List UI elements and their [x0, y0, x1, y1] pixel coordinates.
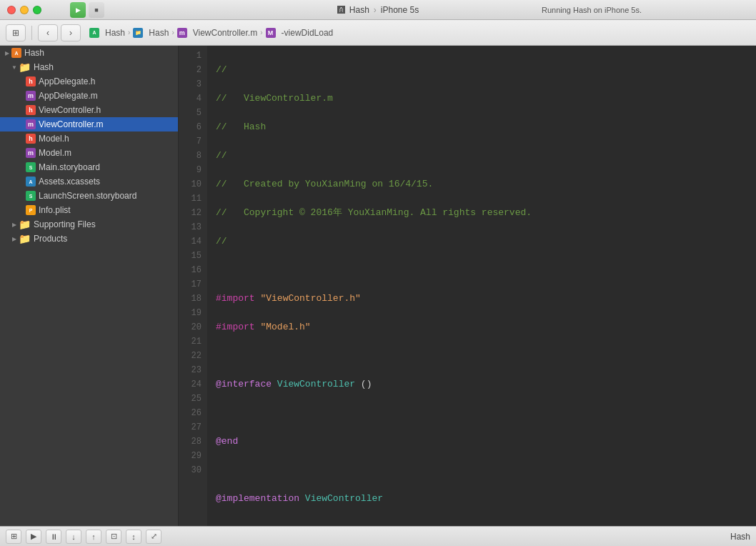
sidebar-item-viewcontroller-h[interactable]: h ViewController.h [0, 103, 178, 117]
breadcrumb: A Hash › 📁 Hash › m ViewController.m › M… [89, 28, 333, 38]
titlebar-center: 🅰 Hash › iPhone 5s [337, 5, 419, 15]
model-m-icon: m [26, 148, 36, 158]
sidebar-item-main-storyboard[interactable]: S Main.storyboard [0, 160, 178, 174]
viewcontroller-h-icon: h [26, 105, 36, 115]
bottombar: ⊞ ▶ ⏸ ↓ ↑ ⊡ ↕ ⤢ Hash [0, 526, 756, 546]
main-content: ▶ A Hash ▼ 📁 Hash h AppDelegate.h m AppD… [0, 46, 756, 526]
breadcrumb-hash-group[interactable]: Hash [149, 28, 169, 38]
main-storyboard-icon: S [26, 162, 36, 172]
breadcrumb-sep-1: › [128, 29, 130, 36]
launchscreen-label: LaunchScreen.storyboard [39, 191, 136, 201]
sidebar-item-group-hash[interactable]: ▼ 📁 Hash [0, 60, 178, 74]
launchscreen-icon: S [26, 191, 36, 201]
breadcrumb-m-icon: m [177, 28, 187, 38]
titlebar: 🅰 Hash › iPhone 5s Running Hash on iPhon… [0, 0, 756, 20]
assets-label: Assets.xcassets [39, 177, 100, 187]
bottom-btn-6[interactable]: ⊡ [106, 530, 121, 544]
assets-icon: A [26, 177, 36, 187]
sidebar-item-viewcontroller-m[interactable]: m ViewController.m [0, 117, 178, 131]
appdelegate-h-icon: h [26, 76, 36, 86]
bottom-label: Hash [730, 532, 750, 542]
appdelegate-m-label: AppDelegate.m [39, 91, 98, 101]
sidebar-item-supporting-files[interactable]: ▶ 📁 Supporting Files [0, 217, 178, 232]
root-hash-icon: A [11, 48, 21, 58]
sidebar-item-model-m[interactable]: m Model.m [0, 146, 178, 160]
code-area: 12345 678910 1112131415 1617181920 21222… [179, 46, 756, 526]
viewcontroller-m-icon: m [26, 119, 36, 129]
close-button[interactable] [7, 6, 16, 14]
forward-button[interactable]: › [61, 24, 81, 41]
sidebar-item-products[interactable]: ▶ 📁 Products [0, 232, 178, 246]
back-button[interactable]: ‹ [38, 24, 58, 41]
plist-icon: P [26, 205, 36, 215]
status-text: Running Hash on iPhone 5s. [542, 6, 642, 14]
sidebar-item-assets[interactable]: A Assets.xcassets [0, 174, 178, 189]
viewcontroller-m-label: ViewController.m [39, 119, 103, 129]
bottom-btn-4[interactable]: ↓ [66, 530, 81, 544]
products-icon: 📁 [19, 233, 31, 244]
bottom-btn-5[interactable]: ↑ [86, 530, 101, 544]
sidebar-item-launchscreen[interactable]: S LaunchScreen.storyboard [0, 189, 178, 203]
main-storyboard-label: Main.storyboard [39, 162, 100, 172]
sidebar-item-appdelegate-h[interactable]: h AppDelegate.h [0, 74, 178, 89]
sidebar: ▶ A Hash ▼ 📁 Hash h AppDelegate.h m AppD… [0, 46, 179, 526]
breadcrumb-sep-3: › [260, 29, 262, 36]
app-title: Hash [349, 5, 369, 15]
code-editor[interactable]: 12345 678910 1112131415 1617181920 21222… [179, 46, 756, 526]
bottom-btn-3[interactable]: ⏸ [46, 530, 61, 544]
breadcrumb-hash-icon: A [89, 28, 99, 38]
group-hash-folder-icon: 📁 [19, 61, 31, 73]
sidebar-item-root-hash[interactable]: ▶ A Hash [0, 46, 178, 60]
stop-button[interactable] [89, 2, 104, 18]
toolbar-separator-1 [31, 26, 32, 40]
group-hash-label: Hash [34, 62, 54, 72]
bottom-btn-2[interactable]: ▶ [26, 530, 41, 544]
play-button[interactable] [70, 2, 86, 18]
plist-label: Info.plist [39, 205, 71, 215]
bottom-btn-7[interactable]: ↕ [126, 530, 141, 544]
maximize-button[interactable] [33, 6, 41, 14]
model-h-icon: h [26, 134, 36, 144]
root-hash-label: Hash [24, 48, 44, 58]
grid-view-button[interactable]: ⊞ [6, 24, 26, 41]
device-title: iPhone 5s [381, 5, 419, 15]
sidebar-item-model-h[interactable]: h Model.h [0, 131, 178, 146]
sidebar-item-appdelegate-m[interactable]: m AppDelegate.m [0, 89, 178, 103]
traffic-lights [7, 6, 41, 14]
supporting-files-icon: 📁 [19, 219, 31, 230]
line-numbers: 12345 678910 1112131415 1617181920 21222… [179, 46, 207, 526]
title-sep: › [374, 5, 377, 15]
breadcrumb-sep-2: › [171, 29, 174, 36]
model-h-label: Model.h [39, 134, 69, 144]
viewcontroller-h-label: ViewController.h [39, 105, 101, 115]
appdelegate-h-label: AppDelegate.h [39, 76, 95, 86]
breadcrumb-viewcontroller-m[interactable]: ViewController.m [193, 28, 257, 38]
breadcrumb-folder-icon: 📁 [133, 28, 143, 38]
minimize-button[interactable] [20, 6, 29, 14]
model-m-label: Model.m [39, 148, 71, 158]
breadcrumb-m2-icon: M [266, 28, 276, 38]
products-label: Products [34, 234, 67, 244]
code-lines: // // ViewController.m // Hash // // Cre… [207, 46, 756, 526]
breadcrumb-method[interactable]: -viewDidLoad [282, 28, 334, 38]
breadcrumb-hash[interactable]: Hash [105, 28, 125, 38]
supporting-files-label: Supporting Files [34, 219, 96, 229]
toolbar: ⊞ ‹ › A Hash › 📁 Hash › m ViewController… [0, 20, 756, 46]
appdelegate-m-icon: m [26, 91, 36, 101]
bottom-btn-8[interactable]: ⤢ [146, 530, 161, 544]
bottom-btn-1[interactable]: ⊞ [6, 530, 21, 544]
sidebar-item-info-plist[interactable]: P Info.plist [0, 203, 178, 217]
